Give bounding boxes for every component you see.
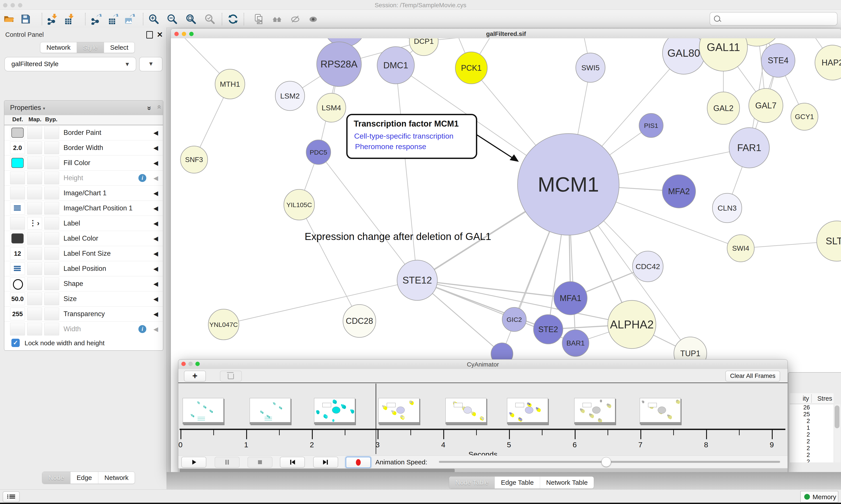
expand-row-icon[interactable]: ◀	[153, 220, 158, 227]
table-cell-value[interactable]: 2	[790, 445, 810, 452]
info-icon[interactable]: i	[139, 325, 146, 333]
style-options-button[interactable]: ▼	[139, 57, 162, 71]
frame-thumbnail-7[interactable]	[574, 398, 615, 424]
search-input[interactable]	[723, 13, 833, 23]
expand-row-icon[interactable]: ◀	[153, 235, 158, 242]
open-session-icon[interactable]	[3, 13, 15, 25]
byp-cell[interactable]	[44, 202, 59, 215]
property-row-border-paint[interactable]: Border Paint◀	[4, 125, 163, 140]
annotation-link[interactable]: Cell-type-specific transcription	[354, 132, 453, 140]
property-row-size[interactable]: 50.0Size◀	[4, 291, 163, 307]
import-network-icon[interactable]	[47, 13, 58, 25]
def-cell[interactable]	[10, 277, 25, 290]
map-cell[interactable]	[27, 247, 42, 260]
map-cell[interactable]: ⋮›	[27, 217, 42, 230]
map-cell[interactable]	[27, 141, 42, 154]
byp-cell[interactable]	[44, 141, 59, 154]
byp-cell[interactable]	[44, 187, 59, 199]
property-row-label-position[interactable]: Label Position◀	[4, 261, 163, 276]
property-row-border-width[interactable]: 2.0Border Width◀	[4, 140, 163, 156]
table-cell-value[interactable]: 26	[790, 404, 810, 411]
def-cell[interactable]	[10, 323, 25, 336]
property-row-transparency[interactable]: 255Transparency◀	[4, 307, 163, 322]
byp-cell[interactable]	[44, 292, 59, 305]
network-edge[interactable]	[396, 65, 417, 280]
byp-cell[interactable]	[44, 308, 59, 320]
tab-select[interactable]: Select	[104, 42, 135, 53]
import-table-icon[interactable]	[63, 13, 74, 25]
animation-speed-slider[interactable]	[439, 461, 780, 463]
table-cell-value[interactable]: 1	[790, 425, 810, 431]
memory-button[interactable]: Memory	[800, 491, 838, 503]
frame-thumbnail-2[interactable]	[250, 398, 291, 424]
network-edge[interactable]	[299, 205, 359, 321]
expand-row-icon[interactable]: ◀	[153, 159, 158, 167]
frame-thumbnail-1[interactable]	[183, 398, 223, 424]
byp-cell[interactable]	[44, 277, 59, 290]
def-cell[interactable]	[10, 187, 25, 199]
properties-header[interactable]: Properties ▾ » »	[4, 101, 163, 115]
table-scrollbar[interactable]	[834, 404, 841, 463]
home-view-icon[interactable]	[272, 13, 283, 25]
tab-network-table[interactable]: Network Table	[540, 476, 594, 488]
copy-network-icon[interactable]	[253, 13, 265, 25]
property-row-image-chart-1[interactable]: Image/Chart 1◀	[4, 186, 163, 201]
map-cell[interactable]	[27, 187, 42, 199]
timeline[interactable]: 0123456789 Seconds	[178, 383, 788, 455]
float-panel-icon[interactable]	[146, 31, 153, 38]
byp-cell[interactable]	[44, 232, 59, 245]
frame-thumbnail-6[interactable]	[507, 398, 548, 424]
skip-to-start-button[interactable]	[280, 457, 305, 468]
info-icon[interactable]: i	[139, 174, 146, 182]
table-cell-value[interactable]: 2	[790, 458, 810, 463]
export-image-icon[interactable]	[124, 13, 135, 25]
network-titlebar[interactable]: galFiltered.sif	[171, 29, 841, 38]
play-button[interactable]	[181, 457, 206, 468]
expand-row-icon[interactable]: ◀	[153, 144, 158, 151]
expand-row-icon[interactable]: ◀	[153, 310, 158, 318]
save-session-icon[interactable]	[20, 13, 31, 25]
property-row-width[interactable]: Widthi◀	[4, 322, 163, 337]
property-row-height[interactable]: Heighti◀	[4, 170, 163, 186]
expand-row-icon[interactable]: ◀	[153, 295, 158, 303]
zoom-selected-icon[interactable]	[204, 13, 215, 25]
zoom-in-icon[interactable]	[148, 13, 159, 25]
annotation-link[interactable]: Pheromone response	[355, 142, 426, 151]
style-selector[interactable]: galFiltered Style ▼	[4, 57, 136, 71]
frame-thumbnail-8[interactable]	[640, 398, 681, 424]
byp-cell[interactable]	[44, 262, 59, 275]
byp-cell[interactable]	[44, 126, 59, 139]
tab-node[interactable]: Node	[42, 472, 70, 484]
table-cell-value[interactable]: 25	[790, 411, 810, 418]
skip-to-end-button[interactable]	[313, 457, 338, 468]
table-column-header[interactable]: ity	[790, 395, 809, 402]
map-cell[interactable]	[27, 292, 42, 305]
record-button[interactable]	[345, 457, 371, 468]
map-cell[interactable]	[27, 202, 42, 215]
expand-row-icon[interactable]: ◀	[153, 265, 158, 272]
zoom-fit-icon[interactable]	[185, 13, 197, 25]
table-column-header[interactable]: Stres	[817, 395, 832, 402]
def-cell[interactable]: 255	[10, 308, 25, 320]
add-frame-button[interactable]: +	[184, 371, 206, 382]
map-cell[interactable]	[27, 157, 42, 169]
table-cell-value[interactable]: 2	[790, 438, 810, 445]
def-cell[interactable]	[10, 217, 25, 230]
expand-row-icon[interactable]: ◀	[153, 326, 158, 333]
expand-row-icon[interactable]: ◀	[153, 129, 158, 137]
map-cell[interactable]	[27, 262, 42, 275]
tab-edge[interactable]: Edge	[70, 472, 98, 484]
def-cell[interactable]	[10, 126, 25, 139]
annotation-box[interactable]: Transcription factor MCM1 Cell-type-spec…	[346, 114, 477, 159]
expand-row-icon[interactable]: ◀	[153, 175, 158, 182]
table-cell-value[interactable]: 2	[790, 431, 810, 438]
map-cell[interactable]	[27, 308, 42, 320]
def-cell[interactable]: 2.0	[10, 141, 25, 154]
byp-cell[interactable]	[44, 217, 59, 230]
def-cell[interactable]: 50.0	[10, 292, 25, 305]
expand-row-icon[interactable]: ◀	[153, 190, 158, 197]
map-cell[interactable]	[27, 172, 42, 184]
cyanimator-titlebar[interactable]: CyAnimator	[178, 360, 788, 369]
export-table-icon[interactable]	[107, 13, 118, 25]
clear-all-frames-button[interactable]: Clear All Frames	[726, 371, 780, 382]
